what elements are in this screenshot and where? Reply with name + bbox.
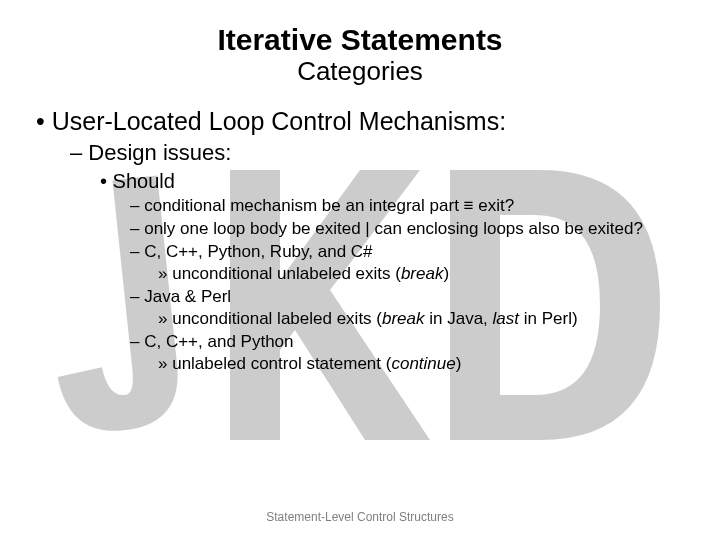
text-italic: last <box>493 309 519 328</box>
text-italic: continue <box>391 354 455 373</box>
list-item: C, C++, Python, Ruby, and C# uncondition… <box>130 241 690 285</box>
list-item: Java & Perl unconditional labeled exits … <box>130 286 690 330</box>
slide-title: Iterative Statements <box>30 24 690 56</box>
list-item: only one loop body be exited | can enclo… <box>130 218 690 240</box>
text-italic: break <box>401 264 444 283</box>
text: conditional mechanism be an integral par… <box>144 196 514 215</box>
list-item: unconditional unlabeled exits (break) <box>158 263 690 285</box>
text-italic: break <box>382 309 425 328</box>
text: unlabeled control statement ( <box>172 354 391 373</box>
list-item: unconditional labeled exits (break in Ja… <box>158 308 690 330</box>
text: in Java, <box>425 309 493 328</box>
list-item: User-Located Loop Control Mechanisms: De… <box>36 107 690 376</box>
text: only one loop body be exited | can enclo… <box>144 219 643 238</box>
list-item: unlabeled control statement (continue) <box>158 353 690 375</box>
list-item: conditional mechanism be an integral par… <box>130 195 690 217</box>
list-item: Design issues: Should conditional mechan… <box>70 140 690 376</box>
slide-content: Iterative Statements Categories User-Loc… <box>0 0 720 540</box>
text: ) <box>443 264 449 283</box>
text: C, C++, and Python <box>144 332 293 351</box>
text: ) <box>456 354 462 373</box>
text: Java & Perl <box>144 287 231 306</box>
text: User-Located Loop Control Mechanisms: <box>52 107 506 135</box>
text: Design issues: <box>88 140 231 165</box>
text: unconditional labeled exits ( <box>172 309 382 328</box>
text: unconditional unlabeled exits ( <box>172 264 401 283</box>
slide-subtitle: Categories <box>30 58 690 85</box>
text: C, C++, Python, Ruby, and C# <box>144 242 372 261</box>
list-item: Should conditional mechanism be an integ… <box>100 170 690 376</box>
bullet-list: User-Located Loop Control Mechanisms: De… <box>36 107 690 376</box>
text: in Perl) <box>519 309 578 328</box>
text: Should <box>113 170 175 192</box>
list-item: C, C++, and Python unlabeled control sta… <box>130 331 690 375</box>
slide-footer: Statement-Level Control Structures <box>0 510 720 524</box>
